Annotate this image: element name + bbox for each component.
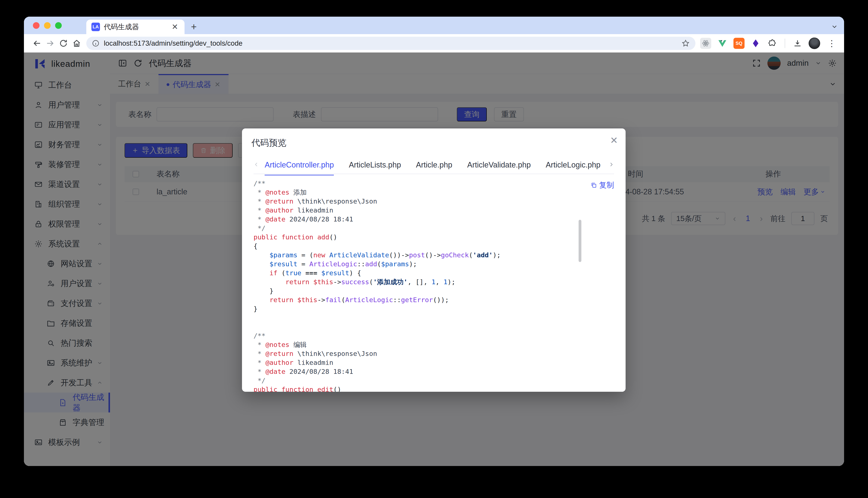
code-line: * @notes 添加 (254, 188, 614, 197)
extensions-puzzle-icon[interactable] (767, 38, 778, 49)
code-line: $params = (new ArticleValidate())->post(… (254, 250, 614, 260)
copy-icon (590, 182, 597, 188)
code-block[interactable]: /** * @notes 添加 * @return \think\respons… (254, 179, 614, 392)
extension-icons: SQ ⋮ (700, 38, 838, 49)
new-tab-button[interactable]: + (191, 22, 197, 31)
browser-tab-title: 代码生成器 (104, 22, 167, 32)
url-text[interactable]: localhost:5173/admin/setting/dev_tools/c… (104, 39, 242, 47)
code-line (254, 322, 614, 331)
tab-close-icon[interactable]: ✕ (170, 23, 179, 31)
code-preview-modal: 代码预览 ✕ ArticleController.phpArticleLists… (242, 129, 626, 392)
code-scrollbar-thumb[interactable] (578, 220, 582, 262)
code-line: return $this->fail(ArticleLogic::getErro… (254, 295, 614, 304)
zoom-window-button[interactable] (55, 22, 62, 29)
code-line: * @author likeadmin (254, 358, 614, 367)
sq-extension-icon[interactable]: SQ (733, 38, 744, 49)
code-file-tabs: ArticleController.phpArticleLists.phpArt… (254, 160, 614, 174)
info-icon[interactable] (92, 39, 100, 47)
code-line: * @return \think\response\Json (254, 349, 614, 358)
code-line: return $this->success('添加成功', [], 1, 1); (254, 277, 614, 286)
back-icon[interactable] (30, 37, 43, 50)
code-file-tab-ArticleValidate.php[interactable]: ArticleValidate.php (467, 160, 531, 175)
close-window-button[interactable] (33, 22, 39, 29)
code-line: public function add() (254, 233, 614, 241)
favicon: LA (91, 23, 100, 31)
toolbar-divider (785, 39, 785, 48)
code-line: /** (254, 179, 614, 188)
code-file-tab-ArticleLists.php[interactable]: ArticleLists.php (349, 160, 401, 175)
code-line: * @date 2024/08/28 18:41 (254, 367, 614, 376)
code-line: * @date 2024/08/28 18:41 (254, 215, 614, 224)
code-line: } (254, 286, 614, 295)
code-line: public function edit() (254, 385, 614, 392)
code-line: */ (254, 376, 614, 385)
browser-tab[interactable]: LA 代码生成器 ✕ (86, 19, 184, 34)
code-line: if (true === $result) { (254, 268, 614, 277)
code-line: } (254, 304, 614, 313)
modal-close-icon[interactable]: ✕ (610, 136, 618, 145)
modal-title: 代码预览 (251, 137, 286, 149)
code-line: { (254, 241, 614, 250)
bookmark-star-icon[interactable] (681, 39, 690, 48)
copy-button[interactable]: 复制 (590, 180, 614, 190)
browser-toolbar: localhost:5173/admin/setting/dev_tools/c… (24, 34, 844, 52)
browser-tabstrip: LA 代码生成器 ✕ + (24, 17, 844, 34)
app-area: likeadmin 工作台用户管理应用管理财务管理装修管理渠道设置组织管理权限管… (24, 52, 844, 466)
home-icon[interactable] (70, 37, 83, 50)
code-file-tab-ArticleController.php[interactable]: ArticleController.php (265, 160, 334, 175)
tabs-prev-icon[interactable] (254, 161, 259, 168)
code-file-tab-ArticleLogic.php[interactable]: ArticleLogic.php (546, 160, 600, 175)
code-line: */ (254, 224, 614, 233)
browser-window: LA 代码生成器 ✕ + loc (24, 17, 844, 466)
vue-devtools-icon[interactable] (717, 38, 728, 49)
minimize-window-button[interactable] (44, 22, 51, 29)
browser-profile-avatar[interactable] (809, 38, 820, 49)
code-line: * @return \think\response\Json (254, 197, 614, 206)
diamond-extension-icon[interactable] (750, 38, 761, 49)
code-line: $result = ArticleLogic::add($params); (254, 260, 614, 268)
code-line (254, 313, 614, 322)
reload-icon[interactable] (57, 37, 70, 50)
url-bar[interactable]: localhost:5173/admin/setting/dev_tools/c… (86, 37, 695, 50)
tabs-next-icon[interactable] (609, 161, 614, 168)
code-line: * @author likeadmin (254, 206, 614, 215)
desktop: LA 代码生成器 ✕ + loc (0, 0, 868, 498)
forward-icon[interactable] (43, 37, 57, 50)
code-line: /** (254, 331, 614, 340)
downloads-icon[interactable] (792, 38, 803, 49)
code-preview-body: 复制 /** * @notes 添加 * @return \think\resp… (254, 175, 614, 392)
code-file-tab-Article.php[interactable]: Article.php (416, 160, 452, 175)
browser-menu-icon[interactable]: ⋮ (826, 38, 838, 48)
react-devtools-icon[interactable] (700, 38, 711, 49)
code-line: * @notes 编辑 (254, 340, 614, 349)
tab-search-chevron-icon[interactable] (831, 23, 838, 30)
traffic-lights (33, 22, 62, 29)
